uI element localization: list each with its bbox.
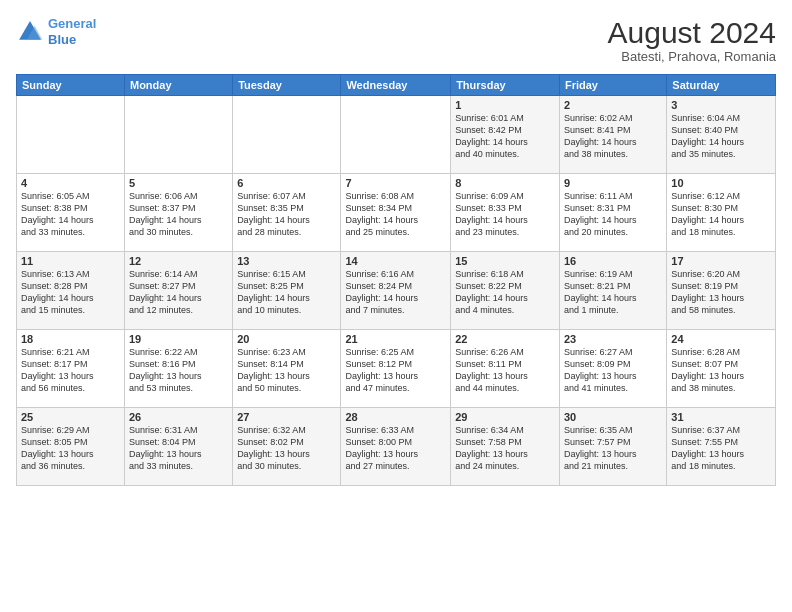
day-info: Sunrise: 6:31 AM Sunset: 8:04 PM Dayligh… [129,424,228,473]
day-info: Sunrise: 6:15 AM Sunset: 8:25 PM Dayligh… [237,268,336,317]
day-number: 4 [21,177,120,189]
calendar-cell [124,96,232,174]
day-number: 1 [455,99,555,111]
day-number: 6 [237,177,336,189]
day-info: Sunrise: 6:02 AM Sunset: 8:41 PM Dayligh… [564,112,662,161]
calendar-cell: 20Sunrise: 6:23 AM Sunset: 8:14 PM Dayli… [233,330,341,408]
day-info: Sunrise: 6:11 AM Sunset: 8:31 PM Dayligh… [564,190,662,239]
calendar-cell: 6Sunrise: 6:07 AM Sunset: 8:35 PM Daylig… [233,174,341,252]
header-tuesday: Tuesday [233,75,341,96]
day-info: Sunrise: 6:18 AM Sunset: 8:22 PM Dayligh… [455,268,555,317]
day-info: Sunrise: 6:19 AM Sunset: 8:21 PM Dayligh… [564,268,662,317]
logo: General Blue [16,16,96,47]
header-saturday: Saturday [667,75,776,96]
day-number: 26 [129,411,228,423]
day-number: 20 [237,333,336,345]
calendar-cell: 11Sunrise: 6:13 AM Sunset: 8:28 PM Dayli… [17,252,125,330]
day-info: Sunrise: 6:04 AM Sunset: 8:40 PM Dayligh… [671,112,771,161]
day-info: Sunrise: 6:12 AM Sunset: 8:30 PM Dayligh… [671,190,771,239]
day-info: Sunrise: 6:22 AM Sunset: 8:16 PM Dayligh… [129,346,228,395]
header-wednesday: Wednesday [341,75,451,96]
calendar-cell [341,96,451,174]
day-number: 10 [671,177,771,189]
day-info: Sunrise: 6:34 AM Sunset: 7:58 PM Dayligh… [455,424,555,473]
day-info: Sunrise: 6:09 AM Sunset: 8:33 PM Dayligh… [455,190,555,239]
calendar-cell: 29Sunrise: 6:34 AM Sunset: 7:58 PM Dayli… [451,408,560,486]
day-info: Sunrise: 6:20 AM Sunset: 8:19 PM Dayligh… [671,268,771,317]
calendar-week-3: 11Sunrise: 6:13 AM Sunset: 8:28 PM Dayli… [17,252,776,330]
page: General Blue August 2024 Batesti, Prahov… [0,0,792,612]
calendar-cell: 24Sunrise: 6:28 AM Sunset: 8:07 PM Dayli… [667,330,776,408]
logo-text: General Blue [48,16,96,47]
day-number: 7 [345,177,446,189]
calendar-cell: 14Sunrise: 6:16 AM Sunset: 8:24 PM Dayli… [341,252,451,330]
day-info: Sunrise: 6:25 AM Sunset: 8:12 PM Dayligh… [345,346,446,395]
day-info: Sunrise: 6:05 AM Sunset: 8:38 PM Dayligh… [21,190,120,239]
day-number: 22 [455,333,555,345]
calendar-cell: 17Sunrise: 6:20 AM Sunset: 8:19 PM Dayli… [667,252,776,330]
calendar-cell: 18Sunrise: 6:21 AM Sunset: 8:17 PM Dayli… [17,330,125,408]
weekday-header-row: Sunday Monday Tuesday Wednesday Thursday… [17,75,776,96]
day-number: 5 [129,177,228,189]
day-info: Sunrise: 6:23 AM Sunset: 8:14 PM Dayligh… [237,346,336,395]
day-number: 3 [671,99,771,111]
day-info: Sunrise: 6:26 AM Sunset: 8:11 PM Dayligh… [455,346,555,395]
day-number: 2 [564,99,662,111]
calendar-cell: 22Sunrise: 6:26 AM Sunset: 8:11 PM Dayli… [451,330,560,408]
calendar-week-1: 1Sunrise: 6:01 AM Sunset: 8:42 PM Daylig… [17,96,776,174]
month-year-title: August 2024 [608,16,776,49]
day-info: Sunrise: 6:32 AM Sunset: 8:02 PM Dayligh… [237,424,336,473]
calendar-cell: 28Sunrise: 6:33 AM Sunset: 8:00 PM Dayli… [341,408,451,486]
calendar-week-2: 4Sunrise: 6:05 AM Sunset: 8:38 PM Daylig… [17,174,776,252]
calendar-cell: 2Sunrise: 6:02 AM Sunset: 8:41 PM Daylig… [559,96,666,174]
calendar-cell: 30Sunrise: 6:35 AM Sunset: 7:57 PM Dayli… [559,408,666,486]
calendar-cell: 1Sunrise: 6:01 AM Sunset: 8:42 PM Daylig… [451,96,560,174]
day-number: 17 [671,255,771,267]
day-info: Sunrise: 6:21 AM Sunset: 8:17 PM Dayligh… [21,346,120,395]
day-number: 13 [237,255,336,267]
title-block: August 2024 Batesti, Prahova, Romania [608,16,776,64]
day-number: 8 [455,177,555,189]
header-sunday: Sunday [17,75,125,96]
calendar-week-5: 25Sunrise: 6:29 AM Sunset: 8:05 PM Dayli… [17,408,776,486]
calendar-cell [17,96,125,174]
calendar-week-4: 18Sunrise: 6:21 AM Sunset: 8:17 PM Dayli… [17,330,776,408]
calendar-cell: 9Sunrise: 6:11 AM Sunset: 8:31 PM Daylig… [559,174,666,252]
day-info: Sunrise: 6:14 AM Sunset: 8:27 PM Dayligh… [129,268,228,317]
day-number: 11 [21,255,120,267]
logo-icon [16,18,44,46]
day-info: Sunrise: 6:01 AM Sunset: 8:42 PM Dayligh… [455,112,555,161]
calendar-cell: 7Sunrise: 6:08 AM Sunset: 8:34 PM Daylig… [341,174,451,252]
day-number: 14 [345,255,446,267]
location-subtitle: Batesti, Prahova, Romania [608,49,776,64]
day-number: 28 [345,411,446,423]
calendar-cell: 31Sunrise: 6:37 AM Sunset: 7:55 PM Dayli… [667,408,776,486]
calendar-cell: 19Sunrise: 6:22 AM Sunset: 8:16 PM Dayli… [124,330,232,408]
header-monday: Monday [124,75,232,96]
calendar-cell: 16Sunrise: 6:19 AM Sunset: 8:21 PM Dayli… [559,252,666,330]
logo-line1: General [48,16,96,31]
day-info: Sunrise: 6:08 AM Sunset: 8:34 PM Dayligh… [345,190,446,239]
header-thursday: Thursday [451,75,560,96]
calendar-cell: 4Sunrise: 6:05 AM Sunset: 8:38 PM Daylig… [17,174,125,252]
calendar-cell: 8Sunrise: 6:09 AM Sunset: 8:33 PM Daylig… [451,174,560,252]
header: General Blue August 2024 Batesti, Prahov… [16,16,776,64]
calendar-cell: 15Sunrise: 6:18 AM Sunset: 8:22 PM Dayli… [451,252,560,330]
day-number: 18 [21,333,120,345]
day-info: Sunrise: 6:28 AM Sunset: 8:07 PM Dayligh… [671,346,771,395]
logo-line2: Blue [48,32,76,47]
calendar-cell: 5Sunrise: 6:06 AM Sunset: 8:37 PM Daylig… [124,174,232,252]
calendar-cell: 23Sunrise: 6:27 AM Sunset: 8:09 PM Dayli… [559,330,666,408]
day-info: Sunrise: 6:35 AM Sunset: 7:57 PM Dayligh… [564,424,662,473]
calendar-cell: 12Sunrise: 6:14 AM Sunset: 8:27 PM Dayli… [124,252,232,330]
calendar-cell: 26Sunrise: 6:31 AM Sunset: 8:04 PM Dayli… [124,408,232,486]
day-number: 9 [564,177,662,189]
calendar-cell [233,96,341,174]
day-number: 12 [129,255,228,267]
day-info: Sunrise: 6:13 AM Sunset: 8:28 PM Dayligh… [21,268,120,317]
day-number: 31 [671,411,771,423]
day-number: 23 [564,333,662,345]
day-number: 16 [564,255,662,267]
day-info: Sunrise: 6:16 AM Sunset: 8:24 PM Dayligh… [345,268,446,317]
day-info: Sunrise: 6:37 AM Sunset: 7:55 PM Dayligh… [671,424,771,473]
